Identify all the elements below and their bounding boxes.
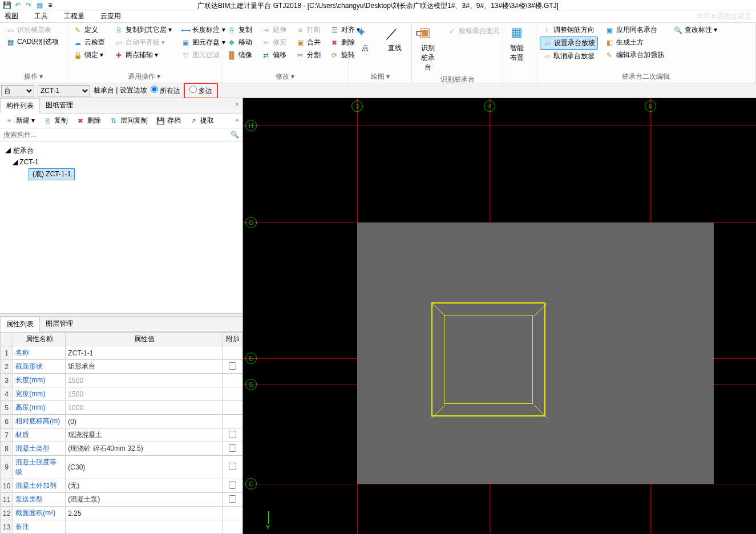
offset-button[interactable]: ⇄偏移 [259,49,289,61]
component-select[interactable]: ZCT-1 [38,85,90,96]
extra-checkbox[interactable] [229,463,236,470]
tab-properties[interactable]: 属性列表 [0,317,40,332]
qat-undo-icon[interactable]: ↶ [13,1,22,10]
options-bar: 台 ZCT-1 桩承台 | 设置边坡 所有边 多边 [0,83,756,98]
set-cap-slope-button[interactable]: ▱设置承台放坡 [540,37,598,50]
identify-pile-cap-button[interactable]: ▣识别桩承台 [415,24,440,74]
search-icon[interactable]: 🔍 [231,131,239,139]
adjust-rebar-direction[interactable]: ↕调整钢筋方向 [540,24,598,36]
extra-checkbox[interactable] [229,431,236,438]
search-input[interactable] [0,128,242,141]
define-button[interactable]: ✎定义 [71,24,107,36]
grid-col-4: 4 [484,100,495,112]
view-change-dim[interactable]: 🔍查改标注 ▾ [671,24,719,36]
property-table: 属性名称属性值附加 1名称ZCT-1-12截面形状矩形承台3长度(mm)1500… [0,332,242,534]
prop-row[interactable]: 7材质现浇混凝土 [1,428,242,442]
extra-checkbox[interactable] [229,444,236,452]
property-tabs: 属性列表 图层管理 [0,317,242,332]
tab-drawings[interactable]: 图纸管理 [40,98,79,113]
group-smart-label [507,80,532,83]
element-save-button[interactable]: ▣图元存盘 ▾ [179,37,227,48]
qat-redo-icon[interactable]: ↷ [24,1,33,10]
length-dim-button[interactable]: ⟷长度标注 ▾ [179,24,227,36]
category-select[interactable]: 台 [1,85,34,96]
options-label: 桩承台 | 设置边坡 [94,86,147,95]
extra-checkbox[interactable] [229,495,236,503]
menu-view[interactable]: 视图 [5,11,18,21]
axis-y-label: Y [266,524,270,531]
mirror-button[interactable]: ▐▌镜像 [225,49,254,61]
component-tree[interactable]: ◢ 桩承台 ◢ ZCT-1 (底) ZCT-1-1 [0,141,242,313]
lock-button[interactable]: 🔒锁定 ▾ [71,49,107,61]
prop-row[interactable]: 2截面形状矩形承台 [1,360,242,374]
tree-root[interactable]: ◢ 桩承台 [2,145,240,157]
radio-all-edges[interactable]: 所有边 [151,86,180,96]
menu-tool[interactable]: 工具 [34,11,48,21]
tree-zct1-1[interactable]: (底) ZCT-1-1 [29,168,75,180]
copy-button[interactable]: ⎘复制 [225,24,254,36]
left-panel: 构件列表 图纸管理 × ＋新建 ▾ ⎘复制 ✖删除 ⇅层间复制 💾存档 ↗提取 … [0,98,243,534]
merge-button[interactable]: ▣合并 [293,37,323,48]
grid-row-e: E [245,353,257,364]
group-draw-label: 绘图 ▾ [353,71,408,83]
prop-row[interactable]: 11泵送类型(混凝土泵) [1,493,242,507]
toolbar-overflow-icon[interactable]: » [235,116,239,126]
smart-layout-button[interactable]: ▦智能布置 [507,24,532,64]
qat-save-icon[interactable]: 💾 [2,1,11,10]
generate-earthwork[interactable]: ◧生成土方 [603,37,666,48]
property-panel: 属性列表 图层管理 属性名称属性值附加 1名称ZCT-1-12截面形状矩形承台3… [0,317,242,534]
prop-row[interactable]: 8混凝土类型(现浇砼 碎石40mm 32.5) [1,442,242,456]
prop-row[interactable]: 5高度(mm)1000 [1,401,242,415]
grid-row-c: C [245,478,257,490]
copy-comp-button[interactable]: ⎘复制 [42,116,69,126]
qat-cloud-icon[interactable]: ▦ [35,1,44,10]
two-point-aux-axis-button[interactable]: ✚两点辅轴 ▾ [112,49,174,61]
extract-button[interactable]: ↗提取 [188,116,215,126]
save-comp-button[interactable]: 💾存档 [155,116,182,126]
tree-zct1[interactable]: ◢ ZCT-1 [2,157,240,167]
edit-cap-reinforce[interactable]: ✎编辑承台加强筋 [603,49,666,61]
pile-cap-outline[interactable] [431,302,545,416]
move-button[interactable]: ✥移动 [225,37,254,48]
copy-other-layer-button[interactable]: ⎘复制到其它层 ▾ [112,24,174,36]
grid-col-3: 3 [351,100,363,112]
new-button[interactable]: ＋新建 ▾ [3,116,36,126]
break-button: ≡打断 [293,24,323,36]
viewport[interactable]: 3 4 6 H G E G C Y [243,98,756,534]
prop-row[interactable]: 9混凝土强度等级(C30) [1,456,242,479]
cloud-check-button[interactable]: ☁云检查 [71,37,107,48]
menu-quantity[interactable]: 工程量 [64,11,84,21]
prop-row[interactable]: 3长度(mm)1500 [1,374,242,387]
point-button[interactable]: ✦点 [353,24,378,54]
cad-identify-options[interactable]: ▦CAD识别选项 [3,36,63,48]
layer-copy-button[interactable]: ⇅层间复制 [108,116,149,126]
verify-cap-element: ✓校核承台图元 [445,25,502,37]
tab-layers[interactable]: 图层管理 [40,317,79,331]
menu-cloud[interactable]: 云应用 [100,11,121,21]
prop-row[interactable]: 13备注 [1,520,242,534]
prop-row[interactable]: 12截面面积(m²)2.25 [1,507,242,520]
prop-row[interactable]: 4宽度(mm)1500 [1,387,242,401]
svg-line-1 [534,304,547,316]
col-extra: 附加 [223,333,242,346]
tab-components[interactable]: 构件列表 [0,98,40,114]
axis-arrow [268,511,269,524]
identify-floor-table: ▭识别楼层表 [3,24,63,36]
panel-close-icon[interactable]: × [232,98,242,113]
radio-multi-edge[interactable]: 多边 [189,87,212,95]
prop-row[interactable]: 6相对底标高(m)(0) [1,415,242,428]
delete-comp-button[interactable]: ✖删除 [75,116,102,126]
component-toolbar: ＋新建 ▾ ⎘复制 ✖删除 ⇅层间复制 💾存档 ↗提取 » [0,114,242,128]
trim-button: ✂修剪 [259,37,289,48]
cancel-cap-slope-button[interactable]: ▱取消承台放坡 [540,50,598,62]
extend-button: ⇥延伸 [259,24,289,36]
group-modify-label: 修改 ▾ [225,71,345,83]
prop-row[interactable]: 1名称ZCT-1-1 [1,346,242,360]
apply-same-name-cap[interactable]: ▣应用同名承台 [603,24,666,36]
col-name: 属性名称 [13,333,66,346]
split-button[interactable]: ✂分割 [293,49,323,61]
qat-more-icon[interactable]: ≡ [46,1,55,10]
extra-checkbox[interactable] [229,482,236,489]
extra-checkbox[interactable] [229,362,236,370]
prop-row[interactable]: 10混凝土外加剂(无) [1,479,242,493]
